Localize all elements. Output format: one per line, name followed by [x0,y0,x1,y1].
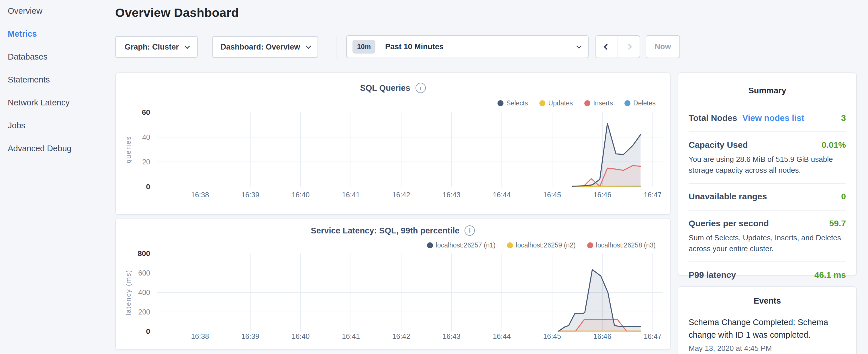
sidebar: Overview Metrics Databases Statements Ne… [0,0,115,354]
summary-value: 3 [841,113,846,123]
dashboard-selector-dropdown[interactable]: Dashboard: Overview [212,36,318,58]
svg-text:16:40: 16:40 [292,191,310,199]
chevron-left-icon [604,43,610,50]
svg-text:40: 40 [142,133,150,141]
svg-text:200: 200 [138,308,150,316]
svg-text:16:39: 16:39 [241,332,259,340]
chevron-down-icon [306,43,311,49]
summary-row-unavailable-ranges: Unavailable ranges 0 [689,192,846,201]
page-title: Overview Dashboard [115,6,239,20]
sql-queries-chart-card: SQL Queries i SelectsUpdatesInsertsDelet… [115,72,671,215]
time-window-label: Past 10 Minutes [385,42,576,51]
graph-selector-label: Graph: Cluster [125,43,179,52]
sidebar-item-metrics[interactable]: Metrics [8,29,37,39]
summary-label: Unavailable ranges [689,192,767,201]
summary-row-p99-latency: P99 latency 46.1 ms [689,270,846,280]
time-window-badge: 10m [352,40,375,54]
summary-value: 0 [841,192,846,201]
divider [689,131,846,132]
sidebar-item-statements[interactable]: Statements [8,75,50,85]
summary-value: 46.1 ms [814,270,846,280]
sidebar-item-jobs[interactable]: Jobs [8,121,25,130]
summary-label: Total Nodes [689,113,737,123]
time-step-back-button[interactable] [596,36,618,58]
summary-label: P99 latency [689,270,736,280]
summary-label: Capacity Used [689,140,748,150]
service-latency-chart[interactable]: 16:3816:3916:4016:4116:4216:4316:4416:45… [116,219,670,349]
sidebar-item-network-latency[interactable]: Network Latency [8,98,70,107]
sidebar-item-overview[interactable]: Overview [8,6,42,16]
svg-text:800: 800 [138,249,150,258]
summary-row-capacity-used: Capacity Used 0.01% [689,140,846,150]
svg-text:16:41: 16:41 [342,332,360,340]
summary-description: You are using 28.6 MiB of 515.9 GiB usab… [689,154,846,175]
svg-text:0: 0 [146,183,150,191]
summary-panel: Summary Total Nodes View nodes list 3 Ca… [678,72,857,276]
chevron-right-icon [626,43,632,50]
service-latency-chart-card: Service Latency: SQL, 99th percentile i … [115,218,671,350]
summary-description: Sum of Selects, Updates, Inserts, and De… [689,232,846,254]
svg-text:16:40: 16:40 [292,332,310,340]
svg-text:0: 0 [146,327,150,336]
svg-text:16:43: 16:43 [442,191,461,199]
svg-text:60: 60 [142,108,150,117]
divider [689,261,846,262]
svg-text:16:44: 16:44 [493,191,511,199]
summary-label: Queries per second [689,219,769,228]
sidebar-item-advanced-debug[interactable]: Advanced Debug [8,144,72,153]
events-panel: Events Schema Change Completed: Schema c… [678,286,857,354]
sidebar-item-databases[interactable]: Databases [8,52,48,62]
graph-selector-dropdown[interactable]: Graph: Cluster [115,36,198,58]
svg-text:400: 400 [138,288,150,296]
svg-text:16:46: 16:46 [593,332,612,340]
svg-text:16:46: 16:46 [593,191,612,199]
event-item-text[interactable]: Schema Change Completed: Schema change w… [689,316,846,341]
summary-value: 59.7 [829,219,846,228]
chevron-down-icon [185,43,190,49]
svg-text:16:38: 16:38 [191,332,209,340]
svg-text:16:39: 16:39 [241,191,259,199]
svg-text:16:47: 16:47 [644,191,662,199]
sql-queries-chart[interactable]: 16:3816:3916:4016:4116:4216:4316:4416:45… [116,73,670,214]
svg-text:16:47: 16:47 [644,332,662,340]
chevron-down-icon [576,43,582,49]
time-step-forward-button[interactable] [618,36,640,58]
summary-title: Summary [689,86,846,95]
summary-value: 0.01% [822,140,846,150]
svg-text:16:42: 16:42 [392,332,410,340]
events-title: Events [689,296,846,305]
svg-text:20: 20 [142,158,150,166]
svg-text:queries: queries [124,136,132,163]
dashboard-selector-label: Dashboard: Overview [221,43,300,52]
view-nodes-list-link[interactable]: View nodes list [742,113,804,123]
svg-text:16:38: 16:38 [191,191,209,199]
svg-text:16:44: 16:44 [493,332,511,340]
svg-text:16:43: 16:43 [442,332,461,340]
time-step-buttons [595,35,640,58]
svg-text:latency (ms): latency (ms) [124,269,132,316]
divider [689,210,846,211]
svg-text:16:45: 16:45 [543,191,561,199]
controls-divider [336,35,336,58]
time-window-dropdown[interactable]: 10m Past 10 Minutes [346,35,589,58]
svg-text:600: 600 [138,269,150,277]
summary-row-total-nodes: Total Nodes View nodes list 3 [689,113,846,123]
svg-text:16:45: 16:45 [543,332,561,340]
svg-text:16:42: 16:42 [392,191,410,199]
divider [689,183,846,184]
now-button[interactable]: Now [646,35,680,58]
event-item-timestamp: May 13, 2020 at 4:45 PM [689,344,846,353]
summary-row-queries-per-second: Queries per second 59.7 [689,219,846,228]
admin-console: Overview Metrics Databases Statements Ne… [0,0,868,354]
svg-text:16:41: 16:41 [342,191,360,199]
